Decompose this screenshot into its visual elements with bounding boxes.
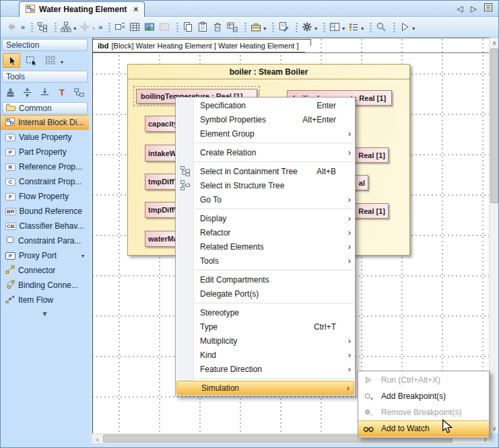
menu-item-refactor[interactable]: Refactor› bbox=[176, 225, 355, 239]
cursor-tool-button[interactable] bbox=[3, 53, 20, 68]
dropdown-caret-icon[interactable]: ▾ bbox=[342, 26, 345, 32]
menu-item-symbol-properties[interactable]: Symbol PropertiesAlt+Enter bbox=[176, 112, 355, 126]
menu-item-kind[interactable]: Kind› bbox=[176, 348, 355, 362]
block-title[interactable]: boiler : Steam Boiler bbox=[128, 65, 409, 79]
sidebar-item-reference-property[interactable]: RReference Prop... bbox=[1, 159, 89, 174]
sidebar-item-internal-block-diagram[interactable]: Internal Block Di... bbox=[1, 115, 89, 130]
part-water-mass[interactable]: waterMa bbox=[145, 231, 176, 247]
stamp-tool-icon[interactable] bbox=[3, 85, 18, 100]
selection-section-header[interactable]: Selection bbox=[2, 39, 88, 51]
menu-item-feature-direction[interactable]: Feature Direction› bbox=[176, 362, 355, 376]
more-tools-icon[interactable]: ▼ bbox=[1, 310, 89, 318]
text-tool-icon[interactable]: T bbox=[55, 85, 70, 100]
paste-icon[interactable] bbox=[196, 20, 209, 34]
next-tab-icon[interactable]: ▷ bbox=[471, 4, 477, 13]
part-capacity[interactable]: capacity bbox=[145, 116, 176, 132]
menu-item-tools[interactable]: Tools› bbox=[176, 254, 355, 268]
run-icon[interactable] bbox=[398, 20, 411, 34]
delete-from-table-icon[interactable] bbox=[226, 20, 239, 34]
layout-icon[interactable] bbox=[328, 20, 341, 34]
prev-tab-icon[interactable]: ◁ bbox=[457, 4, 463, 13]
sidebar-item-binding-connector[interactable]: Binding Conne... bbox=[1, 278, 89, 293]
vertical-scrollbar[interactable]: ∧ ∨ bbox=[489, 38, 498, 433]
menu-item-edit-compartments[interactable]: Edit Compartments bbox=[176, 272, 355, 287]
menu-item-stereotype[interactable]: Stereotype bbox=[176, 305, 355, 320]
search-icon[interactable] bbox=[374, 20, 388, 34]
menu-item-related-elements[interactable]: Related Elements› bbox=[176, 239, 355, 254]
menu-item-create-relation[interactable]: Create Relation› bbox=[176, 145, 355, 159]
overflow-chevron-icon[interactable]: » bbox=[21, 23, 24, 31]
toolbar-grip[interactable] bbox=[294, 22, 298, 33]
sidebar-item-flow-property[interactable]: FFlow Property bbox=[1, 189, 89, 204]
common-section-header[interactable]: Common bbox=[2, 102, 88, 114]
numbered-list-icon[interactable] bbox=[347, 20, 360, 34]
center-icon[interactable] bbox=[78, 20, 92, 34]
grid-icon[interactable] bbox=[128, 20, 141, 34]
sidebar-item-classifier-behavior[interactable]: CBClassifier Behav... bbox=[1, 219, 89, 233]
containment-tree-icon[interactable] bbox=[36, 20, 49, 34]
menu-item-display[interactable]: Display› bbox=[176, 211, 355, 225]
toolbar-grip[interactable] bbox=[30, 22, 33, 33]
toolbar-grip[interactable] bbox=[322, 22, 325, 33]
marquee-select-tool-button[interactable] bbox=[22, 53, 40, 68]
toolbar-grip[interactable] bbox=[175, 22, 178, 33]
scroll-left-icon[interactable]: ‹ bbox=[92, 434, 102, 444]
resize-shape-icon[interactable] bbox=[113, 20, 127, 34]
sidebar-item-bound-reference[interactable]: BRBound Reference bbox=[1, 204, 89, 219]
vertical-scrollbar-thumb[interactable] bbox=[490, 48, 498, 203]
tools-section-header[interactable]: Tools bbox=[2, 71, 88, 83]
sidebar-item-value-property[interactable]: VValue Property bbox=[1, 130, 89, 145]
toolbar-grip[interactable] bbox=[271, 22, 274, 33]
toolbar-grip[interactable] bbox=[243, 22, 246, 33]
menu-item-element-group[interactable]: Element Group› bbox=[176, 126, 355, 141]
image-icon[interactable] bbox=[143, 20, 156, 34]
submenu-item-add-to-watch[interactable]: Add to Watch bbox=[358, 420, 489, 437]
dropdown-caret-icon[interactable]: ▾ bbox=[412, 26, 415, 32]
menu-item-simulation[interactable]: Simulation› bbox=[176, 381, 354, 395]
tab-list-icon[interactable] bbox=[484, 3, 492, 13]
submenu-item-add-breakpoint[interactable]: Add Breakpoint(s) bbox=[358, 388, 489, 404]
menu-item-select-in-containment-tree[interactable]: Select in Containment TreeAlt+B bbox=[176, 164, 355, 178]
dropdown-caret-icon[interactable]: ▾ bbox=[263, 26, 266, 32]
menu-item-type[interactable]: TypeCtrl+T bbox=[176, 320, 355, 334]
overflow-chevron-icon[interactable]: » bbox=[98, 23, 102, 31]
sidebar-item-constraint-property[interactable]: CConstraint Prop... bbox=[1, 174, 89, 189]
sidebar-item-connector[interactable]: Connector bbox=[1, 263, 89, 278]
part-tmp-diff-w[interactable]: tmpDiffW bbox=[145, 202, 176, 218]
validate-icon[interactable] bbox=[277, 20, 290, 34]
menu-item-go-to[interactable]: Go To› bbox=[176, 192, 355, 207]
hierarchy-icon[interactable] bbox=[59, 20, 73, 34]
scroll-up-icon[interactable]: ∧ bbox=[490, 38, 499, 48]
structure-tool-icon[interactable] bbox=[71, 85, 87, 100]
group-select-tool-button[interactable] bbox=[42, 53, 59, 68]
gear-icon[interactable] bbox=[300, 20, 314, 34]
sidebar-item-part-property[interactable]: PPart Property bbox=[1, 145, 89, 159]
dropdown-caret-icon[interactable]: ▾ bbox=[61, 59, 63, 65]
collapse-vertical-icon[interactable] bbox=[37, 85, 53, 100]
sidebar-item-proxy-port[interactable]: PProxy Port▾ bbox=[1, 248, 89, 263]
menu-item-delegate-ports[interactable]: Delegate Port(s) bbox=[176, 287, 355, 301]
menu-item-select-in-structure-tree[interactable]: Select in Structure Tree bbox=[176, 178, 355, 192]
scroll-down-icon[interactable]: ∨ bbox=[490, 423, 499, 433]
tab-close-icon[interactable]: × bbox=[133, 5, 138, 14]
tab-water-heating-element[interactable]: Water Heating Element × bbox=[19, 1, 145, 17]
part-tmp-diff-t[interactable]: tmpDiffT bbox=[145, 174, 176, 190]
toolbar-grip[interactable] bbox=[53, 22, 57, 33]
menu-item-specification[interactable]: SpecificationEnter bbox=[176, 98, 355, 112]
part-intake-water[interactable]: intakeW bbox=[145, 145, 176, 161]
dropdown-caret-icon[interactable]: ▾ bbox=[81, 253, 86, 259]
toolbar-grip[interactable] bbox=[368, 22, 372, 33]
sidebar-item-constraint-parameter[interactable]: Constraint Para... bbox=[1, 233, 89, 248]
expand-vertical-icon[interactable] bbox=[20, 85, 36, 100]
briefcase-icon[interactable] bbox=[249, 20, 263, 34]
toolbar-grip[interactable] bbox=[392, 22, 395, 33]
delete-icon[interactable] bbox=[211, 20, 224, 34]
back-icon[interactable] bbox=[5, 20, 18, 34]
sidebar-item-item-flow[interactable]: Item Flow bbox=[1, 293, 89, 307]
copy-icon[interactable] bbox=[181, 20, 195, 34]
dropdown-caret-icon[interactable]: ▾ bbox=[73, 26, 76, 32]
dropdown-caret-icon[interactable]: ▾ bbox=[361, 26, 364, 32]
menu-item-multiplicity[interactable]: Multiplicity› bbox=[176, 334, 355, 348]
toolbar-grip[interactable] bbox=[107, 22, 110, 33]
dropdown-caret-icon[interactable]: ▾ bbox=[314, 26, 317, 32]
